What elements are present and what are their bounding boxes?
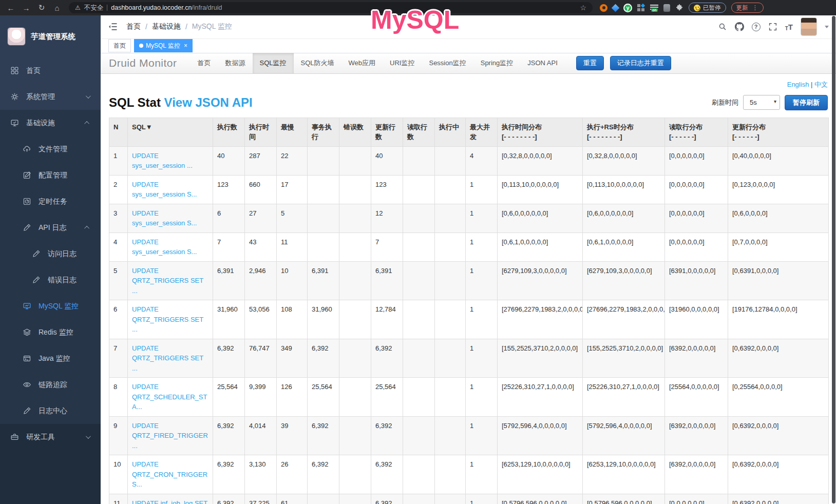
- lang-english-link[interactable]: English: [787, 81, 809, 88]
- header-read-dist[interactable]: 读取行分布[- - - - - -]: [665, 118, 728, 146]
- header-exec-rs-dist[interactable]: 执行+RS时分布[- - - - - - - -]: [583, 118, 665, 146]
- infrastructure-icon: [10, 119, 19, 127]
- extensions-puzzle-icon[interactable]: [675, 4, 683, 12]
- druid-nav-datasource[interactable]: 数据源: [218, 53, 253, 73]
- lang-chinese-link[interactable]: 中文: [814, 81, 828, 88]
- header-read-rows[interactable]: 读取行数: [403, 118, 435, 146]
- sidebar-item-mysql-monitor[interactable]: MySQL 监控: [0, 293, 101, 319]
- browser-back-button[interactable]: ←: [4, 2, 17, 14]
- view-json-api-link[interactable]: View JSON API: [164, 95, 253, 109]
- druid-nav-uri-monitor[interactable]: URI监控: [383, 53, 422, 73]
- profile-paused-badge[interactable]: 已暂停: [689, 3, 726, 13]
- sql-link[interactable]: UPDATE sys_user_session ...: [132, 152, 193, 170]
- page-scrollbar[interactable]: [832, 16, 835, 503]
- layers-icon: [23, 328, 31, 337]
- sidebar-item-log-center[interactable]: 日志中心: [0, 398, 101, 424]
- help-icon[interactable]: ?: [752, 23, 761, 31]
- header-exec-time-dist[interactable]: 执行时间分布[- - - - - - - -]: [498, 118, 583, 146]
- cell-update-rows: 25,564: [371, 378, 403, 417]
- extension-y-icon[interactable]: y: [623, 4, 632, 12]
- browser-menu-icon[interactable]: ⋮: [752, 4, 758, 11]
- sql-link[interactable]: UPDATE inf_job_log SET e...: [132, 499, 207, 504]
- sidebar-item-dev-tools[interactable]: 研发工具: [0, 424, 101, 450]
- extension-diamond-icon[interactable]: [612, 4, 620, 12]
- header-slowest[interactable]: 最慢: [277, 118, 308, 146]
- header-update-rows[interactable]: 更新行数: [371, 118, 403, 146]
- search-icon[interactable]: [718, 22, 727, 31]
- reset-button[interactable]: 重置: [576, 56, 604, 70]
- header-max-concurrent[interactable]: 最大并发: [466, 118, 498, 146]
- sidebar-item-java-monitor[interactable]: Java 监控: [0, 345, 101, 372]
- sidebar-item-redis-monitor[interactable]: Redis 监控: [0, 319, 101, 345]
- font-size-icon[interactable]: TT: [785, 23, 793, 31]
- sidebar-item-config-management[interactable]: 配置管理: [0, 162, 101, 188]
- sidebar-toggle-icon[interactable]: [108, 22, 118, 32]
- sql-link[interactable]: UPDATE sys_user_session S...: [132, 181, 197, 199]
- sql-link[interactable]: UPDATE QRTZ_FIRED_TRIGGER...: [132, 422, 208, 450]
- sidebar-item-api-logs[interactable]: API 日志: [0, 215, 101, 241]
- header-update-dist[interactable]: 更新行分布[- - - - - -]: [728, 118, 829, 146]
- cell-max-concurrent: 1: [466, 494, 498, 504]
- druid-nav-session-monitor[interactable]: Session监控: [422, 53, 473, 73]
- cell-read-dist: [0,0,0,0,0,0]: [665, 175, 728, 204]
- druid-nav-sql-firewall[interactable]: SQL防火墙: [294, 53, 341, 73]
- cell-n: 1: [109, 146, 128, 175]
- header-sql[interactable]: SQL▼: [128, 118, 213, 146]
- log-and-reset-button[interactable]: 记录日志并重置: [610, 56, 671, 70]
- breadcrumb-infrastructure[interactable]: 基础设施: [152, 22, 181, 31]
- extensions-area: y on 已暂停 更新⋮: [600, 3, 764, 13]
- sql-link[interactable]: UPDATE sys_user_session S...: [132, 238, 197, 256]
- sidebar-item-system-management[interactable]: 系统管理: [0, 84, 101, 110]
- sidebar-item-infrastructure[interactable]: 基础设施: [0, 110, 101, 136]
- sidebar-item-scheduled-jobs[interactable]: 定时任务: [0, 188, 101, 215]
- sidebar-item-home[interactable]: 首页: [0, 57, 101, 84]
- bookmark-star-icon[interactable]: ☆: [580, 4, 586, 12]
- header-exec-time[interactable]: 执行时间: [245, 118, 277, 146]
- eye-icon: [23, 380, 31, 389]
- sidebar-item-access-logs[interactable]: 访问日志: [0, 241, 101, 267]
- cell-n: 11: [109, 494, 128, 504]
- sql-link[interactable]: UPDATE QRTZ_CRON_TRIGGERS...: [132, 460, 207, 488]
- cell-tx-exec: 6,391: [308, 261, 339, 300]
- header-exec-count[interactable]: 执行数: [213, 118, 245, 146]
- header-n[interactable]: N: [109, 118, 128, 146]
- pause-refresh-button[interactable]: 暂停刷新: [785, 95, 828, 110]
- browser-update-button[interactable]: 更新⋮: [731, 3, 764, 13]
- caret-down-icon[interactable]: [825, 26, 829, 28]
- sql-link[interactable]: UPDATE QRTZ_TRIGGERS SET ...: [132, 305, 203, 333]
- sidebar-item-tracing[interactable]: 链路追踪: [0, 372, 101, 398]
- header-tx-exec[interactable]: 事务执行: [308, 118, 339, 146]
- druid-nav-web-app[interactable]: Web应用: [341, 53, 383, 73]
- tag-mysql-monitor[interactable]: MySQL 监控 ×: [134, 39, 193, 52]
- header-error-count[interactable]: 错误数: [339, 118, 371, 146]
- browser-home-button[interactable]: ⌂: [50, 2, 64, 14]
- close-icon[interactable]: ×: [184, 42, 187, 49]
- fullscreen-icon[interactable]: [768, 22, 777, 31]
- refresh-interval-select[interactable]: 5s: [743, 95, 780, 110]
- sql-link[interactable]: UPDATE QRTZ_TRIGGERS SET ...: [132, 344, 203, 372]
- sql-link[interactable]: UPDATE sys_user_session S...: [132, 209, 197, 227]
- extension-gray-icon[interactable]: [663, 4, 670, 12]
- user-avatar[interactable]: [801, 17, 817, 36]
- sidebar-item-error-logs[interactable]: 错误日志: [0, 267, 101, 293]
- extension-donut-icon[interactable]: [600, 4, 607, 12]
- druid-nav-json-api[interactable]: JSON API: [520, 53, 565, 73]
- github-icon[interactable]: [735, 22, 744, 31]
- tag-home[interactable]: 首页: [108, 39, 131, 52]
- sql-link[interactable]: UPDATE QRTZ_SCHEDULER_STA...: [132, 383, 207, 411]
- breadcrumb-home[interactable]: 首页: [126, 22, 141, 31]
- sidebar-item-file-management[interactable]: 文件管理: [0, 136, 101, 162]
- sql-link[interactable]: UPDATE QRTZ_TRIGGERS SET ...: [132, 267, 203, 295]
- extension-grid-icon[interactable]: [637, 4, 645, 12]
- cell-n: 6: [109, 300, 128, 339]
- header-running[interactable]: 执行中: [435, 118, 466, 146]
- app-logo-block[interactable]: 芋道管理系统: [0, 15, 101, 57]
- address-bar[interactable]: ⚠ 不安全 dashboard.yudao.iocoder.cn/infra/d…: [69, 2, 593, 13]
- druid-nav-home[interactable]: 首页: [191, 53, 218, 73]
- extension-list-icon[interactable]: on: [650, 4, 658, 12]
- browser-reload-button[interactable]: ↻: [35, 2, 48, 14]
- druid-nav-spring-monitor[interactable]: Spring监控: [473, 53, 521, 73]
- druid-nav-sql-monitor[interactable]: SQL监控: [253, 53, 294, 73]
- browser-forward-button[interactable]: →: [20, 2, 33, 14]
- cell-slowest: 11: [277, 232, 308, 261]
